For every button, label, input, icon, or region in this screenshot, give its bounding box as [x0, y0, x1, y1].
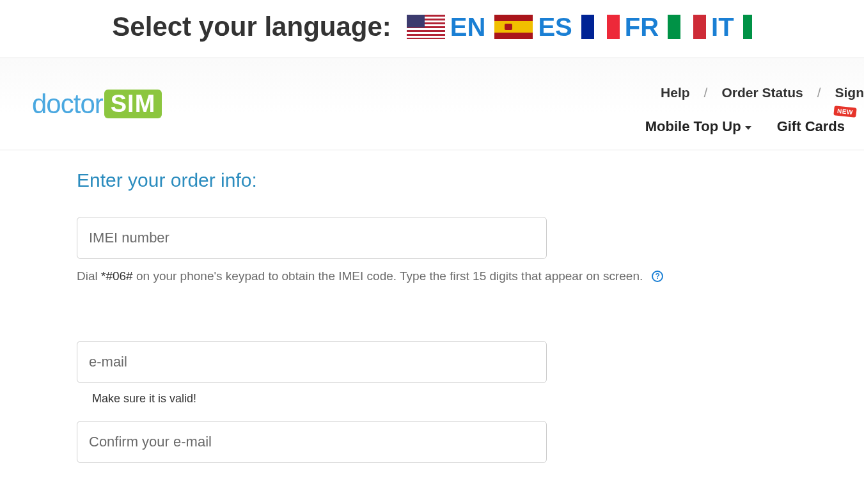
nav-separator: / [817, 85, 821, 100]
language-code: ES [538, 13, 572, 42]
language-option-it[interactable]: IT [668, 13, 734, 42]
language-bar-title: Select your language: [112, 12, 391, 42]
nav-gift-cards-label: Gift Cards [777, 118, 845, 135]
chevron-down-icon [745, 126, 751, 130]
nav-mobile-topup[interactable]: Mobile Top Up [645, 118, 751, 135]
nav-help-link[interactable]: Help [661, 85, 690, 100]
imei-hint-text: Dial *#06# on your phone's keypad to obt… [77, 269, 643, 283]
nav-sign-link[interactable]: Sign [835, 85, 865, 100]
form-title: Enter your order info: [77, 169, 819, 191]
imei-input[interactable] [77, 217, 547, 259]
nav-right: Help / Order Status / Sign Mobile Top Up… [645, 74, 864, 135]
flag-it-icon [668, 15, 706, 39]
nav-mobile-topup-label: Mobile Top Up [645, 118, 741, 135]
main-header: doctor SIM Help / Order Status / Sign Mo… [0, 58, 864, 150]
nav-gift-cards[interactable]: Gift Cards NEW [777, 118, 845, 135]
confirm-email-input[interactable] [77, 421, 547, 463]
nav-top-row: Help / Order Status / Sign [661, 74, 864, 100]
new-badge: NEW [833, 106, 856, 118]
language-option-es[interactable]: ES [494, 13, 572, 42]
flag-es-icon [494, 15, 533, 39]
help-icon[interactable]: ? [652, 271, 663, 282]
logo[interactable]: doctor SIM [32, 89, 162, 120]
imei-hint: Dial *#06# on your phone's keypad to obt… [77, 269, 819, 283]
logo-text-sim: SIM [104, 90, 162, 118]
language-option-en[interactable]: EN [407, 13, 486, 42]
logo-text-doctor: doctor [32, 89, 103, 120]
email-input[interactable] [77, 341, 547, 383]
nav-order-status-link[interactable]: Order Status [721, 85, 803, 100]
nav-separator: / [704, 85, 708, 100]
nav-bottom-row: Mobile Top Up Gift Cards NEW [645, 100, 864, 135]
language-option-fr[interactable]: FR [581, 13, 659, 42]
language-code: IT [711, 13, 734, 42]
language-code: EN [450, 13, 486, 42]
order-form: Enter your order info: Dial *#06# on you… [32, 150, 863, 501]
language-bar: Select your language: EN ES FR IT [0, 0, 864, 58]
email-hint: Make sure it is valid! [92, 392, 819, 406]
language-code: FR [625, 13, 659, 42]
flag-partial-icon [743, 15, 752, 39]
flag-fr-icon [581, 15, 620, 39]
flag-us-icon [407, 15, 445, 39]
